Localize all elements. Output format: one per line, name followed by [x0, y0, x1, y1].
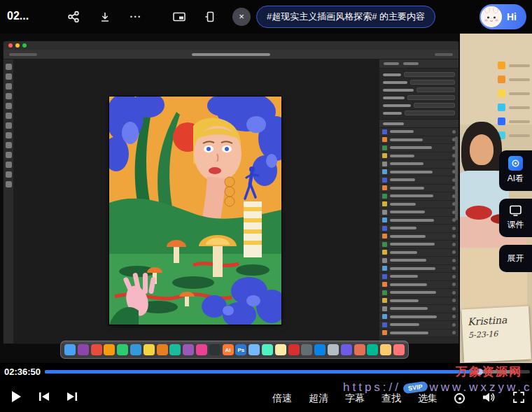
layer-row[interactable] [379, 225, 458, 233]
tool-icon[interactable] [6, 122, 12, 129]
dock-app-app-16[interactable] [262, 344, 273, 355]
dock-app-photoshop[interactable]: Ps [235, 344, 246, 355]
dock-app-app-4[interactable] [104, 344, 115, 355]
dock-app-app-20[interactable] [314, 344, 326, 355]
record-button[interactable] [454, 393, 465, 404]
file-item[interactable] [498, 104, 530, 111]
tool-icon[interactable] [6, 181, 12, 187]
tool-icon[interactable] [6, 152, 12, 158]
dock-app-app-17[interactable] [275, 344, 286, 355]
layer-row[interactable] [379, 329, 458, 338]
dock-app-app-25[interactable] [380, 344, 391, 355]
layer-row[interactable] [379, 241, 458, 249]
file-item[interactable] [498, 90, 530, 97]
window-minimize-icon[interactable] [15, 43, 20, 48]
search-button[interactable]: 查找 [382, 392, 401, 405]
topic-badge[interactable]: #超现实主义插画风格探索# 的主要内容 [256, 6, 435, 28]
layer-row[interactable] [379, 185, 458, 193]
tool-icon[interactable] [6, 93, 12, 99]
dock-app-illustrator[interactable]: Ai [223, 344, 234, 355]
tool-icon[interactable] [6, 162, 12, 168]
layer-row[interactable] [379, 289, 458, 297]
dock-app-app-10[interactable] [183, 344, 194, 355]
layer-row[interactable] [379, 160, 458, 169]
dock-app-app-3[interactable] [91, 344, 102, 355]
dock-app-app-7[interactable] [144, 344, 155, 355]
episodes-button[interactable]: 选集 [418, 392, 438, 405]
window-close-icon[interactable] [8, 43, 13, 48]
quality-button[interactable]: 超清 [309, 392, 328, 405]
prev-episode-button[interactable] [38, 391, 50, 404]
layer-row[interactable] [379, 233, 458, 241]
dock-app-app-15[interactable] [248, 344, 260, 355]
layer-row[interactable] [379, 144, 458, 152]
layer-row[interactable] [379, 321, 458, 329]
dock-app-app-2[interactable] [78, 344, 89, 355]
layer-row[interactable] [379, 201, 458, 209]
layer-row[interactable] [379, 136, 458, 145]
layer-row[interactable] [379, 281, 458, 290]
tool-icon[interactable] [6, 171, 12, 178]
play-button[interactable] [10, 390, 22, 406]
dock-app-app-22[interactable] [341, 344, 352, 355]
expand-button[interactable]: 展开 [499, 245, 532, 272]
dock-app-app-6[interactable] [130, 344, 141, 355]
layer-row[interactable] [379, 249, 458, 257]
layer-row[interactable] [379, 257, 458, 265]
dock-app-app-11[interactable] [196, 344, 207, 355]
courseware-button[interactable]: 课件 [499, 199, 532, 237]
layer-row[interactable] [379, 265, 458, 274]
dock-app-app-8[interactable] [157, 344, 168, 355]
layer-row[interactable] [379, 297, 458, 306]
video-frame[interactable]: Kristina 5-23-16 AiPs AI看 [0, 34, 532, 363]
pip-button[interactable] [172, 10, 186, 24]
layer-row[interactable] [379, 176, 458, 185]
mirror-screen-button[interactable] [203, 10, 217, 24]
panel-tabs[interactable] [379, 59, 458, 69]
ai-view-button[interactable]: AI看 [499, 150, 532, 191]
panel-scrollbar[interactable] [455, 136, 458, 220]
layer-row[interactable] [379, 217, 458, 225]
file-item[interactable] [498, 62, 530, 69]
tool-icon[interactable] [6, 132, 12, 138]
dock-app-app-5[interactable] [117, 344, 128, 355]
dock-app-app-9[interactable] [169, 344, 181, 355]
tool-icon[interactable] [6, 73, 12, 80]
layer-row[interactable] [379, 273, 458, 281]
layer-row[interactable] [379, 192, 458, 201]
dock-app-app-18[interactable] [288, 344, 300, 355]
layer-row[interactable] [379, 152, 458, 161]
layer-row[interactable] [379, 313, 458, 322]
tool-icon[interactable] [6, 103, 12, 109]
download-button[interactable] [98, 10, 112, 24]
more-options-button[interactable]: ··· [129, 10, 143, 24]
tool-icon[interactable] [6, 83, 12, 90]
dock-app-app-23[interactable] [354, 344, 365, 355]
dock-app-app-26[interactable] [393, 344, 405, 355]
dock-app-app-1[interactable] [64, 344, 76, 355]
assistant-entry[interactable]: Hi [479, 4, 526, 29]
tool-icon[interactable] [6, 64, 12, 70]
close-topic-button[interactable]: × [232, 8, 251, 26]
subtitles-button[interactable]: 字幕 [345, 392, 365, 405]
dock-app-app-21[interactable] [328, 344, 339, 355]
fullscreen-button[interactable] [512, 391, 525, 406]
dock-app-app-24[interactable] [367, 344, 378, 355]
tool-icon[interactable] [6, 113, 12, 119]
share-button[interactable] [66, 10, 80, 24]
file-item[interactable] [498, 132, 530, 139]
layers-list[interactable] [379, 128, 458, 344]
volume-button[interactable] [482, 391, 496, 406]
window-zoom-icon[interactable] [22, 43, 27, 48]
dock-app-app-19[interactable] [301, 344, 312, 355]
layer-row[interactable] [379, 169, 458, 177]
canvas[interactable] [14, 59, 379, 344]
layer-row[interactable] [379, 128, 458, 136]
tool-icon[interactable] [6, 142, 12, 148]
file-item[interactable] [498, 118, 530, 125]
layer-row[interactable] [379, 305, 458, 313]
layer-row[interactable] [379, 208, 458, 217]
next-episode-button[interactable] [66, 391, 78, 404]
dock-app-app-12[interactable] [209, 344, 220, 355]
speed-button[interactable]: 倍速 [272, 392, 292, 405]
